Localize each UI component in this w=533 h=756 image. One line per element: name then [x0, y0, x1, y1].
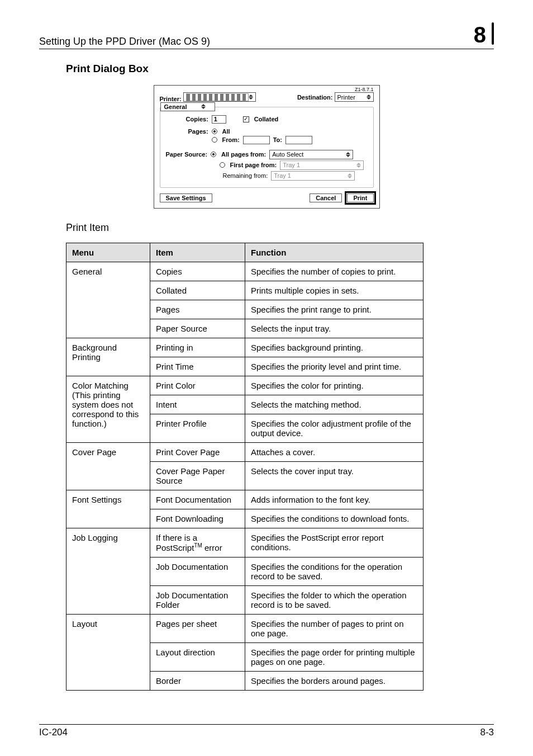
decorative-rule	[492, 22, 494, 45]
item-cell: Job Documentation Folder	[150, 585, 245, 614]
dialog-version: Z1-8.7.1	[355, 87, 374, 92]
function-cell: Specifies the page order for printing mu…	[245, 642, 423, 671]
pages-from-radio[interactable]	[212, 137, 217, 143]
print-item-table: Menu Item Function GeneralCopiesSpecifie…	[66, 243, 423, 691]
cancel-button[interactable]: Cancel	[310, 193, 342, 202]
chapter-number: 8	[474, 22, 486, 48]
all-pages-radio[interactable]	[211, 152, 216, 157]
item-cell: If there is a PostScriptTM error	[150, 528, 245, 557]
function-cell: Adds information to the font key.	[245, 490, 423, 509]
remaining-from-label: Remaining from:	[223, 172, 268, 179]
function-cell: Specifies the borders around pages.	[245, 671, 423, 690]
destination-select[interactable]: Printer	[335, 92, 374, 102]
table-row: LayoutPages per sheetSpecifies the numbe…	[66, 614, 423, 642]
pages-to-label: To:	[273, 136, 282, 143]
item-cell: Font Downloading	[150, 509, 245, 528]
menu-cell: Color Matching (This printing system doe…	[66, 376, 150, 442]
header-menu: Menu	[66, 243, 150, 262]
item-cell: Cover Page Paper Source	[150, 461, 245, 490]
collated-checkbox[interactable]	[243, 116, 249, 122]
print-button[interactable]: Print	[347, 193, 373, 202]
paper-source-label: Paper Source:	[166, 151, 208, 158]
spinner-icon	[367, 93, 371, 101]
general-group: General Copies: 1 Collated Pages: All Fr…	[160, 107, 374, 188]
function-cell: Attaches a cover.	[245, 442, 423, 461]
printer-label: Printer:	[160, 96, 182, 102]
item-cell: Pages	[150, 300, 245, 319]
table-row: Color Matching (This printing system doe…	[66, 376, 423, 395]
item-cell: Job Documentation	[150, 557, 245, 585]
item-cell: Intent	[150, 395, 245, 414]
collated-label: Collated	[254, 116, 278, 122]
table-row: Font SettingsFont DocumentationAdds info…	[66, 490, 423, 509]
header-function: Function	[245, 243, 423, 262]
destination-label: Destination:	[297, 94, 333, 101]
function-cell: Specifies the print range to print.	[245, 300, 423, 319]
function-cell: Specifies the priority level and print t…	[245, 357, 423, 376]
print-dialog: Z1-8.7.1 Printer: Destination: Printer G…	[154, 85, 380, 209]
spinner-icon	[249, 93, 253, 101]
printer-select[interactable]	[183, 92, 256, 102]
item-cell: Copies	[150, 262, 245, 281]
table-row: Cover PagePrint Cover PageAttaches a cov…	[66, 442, 423, 461]
pages-all-radio[interactable]	[212, 129, 217, 134]
table-row: Job LoggingIf there is a PostScriptTM er…	[66, 528, 423, 557]
footer-right: 8-3	[480, 727, 494, 738]
function-cell: Selects the input tray.	[245, 319, 423, 338]
function-cell: Prints multiple copies in sets.	[245, 281, 423, 300]
function-cell: Selects the cover input tray.	[245, 461, 423, 490]
panel-name: General	[164, 103, 187, 110]
remaining-from-value: Tray 1	[274, 172, 291, 179]
first-page-radio[interactable]	[220, 162, 225, 168]
item-cell: Font Documentation	[150, 490, 245, 509]
table-row: Background PrintingPrinting inSpecifies …	[66, 338, 423, 357]
function-cell: Specifies the folder to which the operat…	[245, 585, 423, 614]
function-cell: Specifies the color adjustment profile o…	[245, 414, 423, 442]
function-cell: Specifies the conditions to download fon…	[245, 509, 423, 528]
item-cell: Layout direction	[150, 642, 245, 671]
item-cell: Pages per sheet	[150, 614, 245, 642]
table-row: GeneralCopiesSpecifies the number of cop…	[66, 262, 423, 281]
table-header-row: Menu Item Function	[66, 243, 423, 262]
function-cell: Specifies the PostScript error report co…	[245, 528, 423, 557]
spinner-icon	[356, 162, 361, 169]
item-cell: Print Time	[150, 357, 245, 376]
footer-left: IC-204	[39, 727, 68, 738]
section-title: Print Dialog Box	[66, 63, 494, 75]
function-cell: Selects the matching method.	[245, 395, 423, 414]
spinner-icon	[201, 103, 206, 110]
function-cell: Specifies the color for printing.	[245, 376, 423, 395]
menu-cell: General	[66, 262, 150, 338]
function-cell: Specifies the number of copies to print.	[245, 262, 423, 281]
function-cell: Specifies the number of pages to print o…	[245, 614, 423, 642]
function-cell: Specifies background printing.	[245, 338, 423, 357]
subsection-title: Print Item	[66, 222, 494, 234]
item-cell: Printing in	[150, 338, 245, 357]
panel-select[interactable]: General	[160, 102, 216, 111]
running-head: Setting Up the PPD Driver (Mac OS 9)	[39, 36, 210, 48]
function-cell: Specifies the conditions for the operati…	[245, 557, 423, 585]
item-cell: Printer Profile	[150, 414, 245, 442]
item-cell: Print Cover Page	[150, 442, 245, 461]
pages-from-label: From:	[222, 136, 240, 143]
all-pages-from-label: All pages from:	[221, 151, 266, 158]
spinner-icon	[346, 151, 350, 158]
item-cell: Print Color	[150, 376, 245, 395]
first-page-from-select: Tray 1	[280, 160, 364, 170]
menu-cell: Background Printing	[66, 338, 150, 376]
pages-from-input[interactable]	[243, 136, 270, 144]
menu-cell: Cover Page	[66, 442, 150, 490]
item-cell: Collated	[150, 281, 245, 300]
copies-input[interactable]: 1	[212, 115, 226, 124]
remaining-from-select: Tray 1	[271, 171, 355, 181]
item-cell: Border	[150, 671, 245, 690]
save-settings-button[interactable]: Save Settings	[160, 193, 212, 202]
copies-label: Copies:	[186, 116, 208, 122]
menu-cell: Job Logging	[66, 528, 150, 614]
first-page-from-label: First page from:	[230, 162, 277, 168]
menu-cell: Font Settings	[66, 490, 150, 528]
pages-all-label: All	[222, 128, 230, 135]
all-pages-from-select[interactable]: Auto Select	[269, 150, 353, 159]
pages-to-input[interactable]	[285, 136, 312, 144]
header-item: Item	[150, 243, 245, 262]
